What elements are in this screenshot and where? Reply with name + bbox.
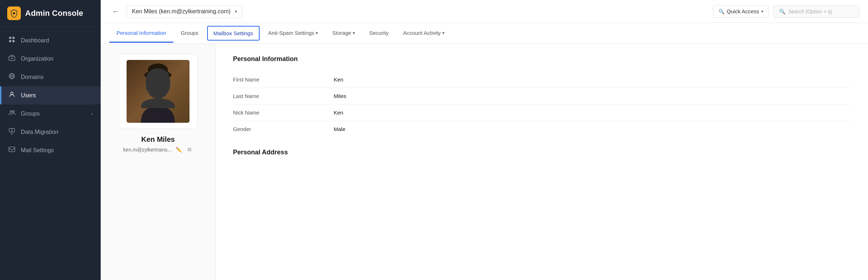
tab-label: Storage [332, 30, 351, 36]
svg-point-0 [13, 12, 15, 14]
user-display-name: Ken Miles (ken.m@zylkertraining.com) [132, 8, 230, 15]
user-selector-arrow-icon: ▾ [235, 9, 237, 14]
svg-point-17 [147, 70, 169, 95]
field-label: Last Name [233, 88, 334, 104]
field-value: Male [334, 121, 851, 137]
sidebar-item-label: Mail Settings [21, 147, 54, 154]
user-profile-panel: Ken Miles ken.m@zylkertrains... ✏️ ⧉ [101, 44, 216, 280]
sidebar-nav: Dashboard Organization Domains Users [0, 27, 101, 280]
field-value: Ken [334, 71, 851, 88]
app-logo [7, 6, 21, 20]
field-value: Ken [334, 104, 851, 121]
tab-storage[interactable]: Storage ▾ [325, 24, 362, 43]
table-row: Last Name Miles [233, 88, 851, 104]
sidebar: Admin Console Dashboard Organization Dom… [0, 0, 101, 280]
svg-rect-4 [13, 40, 15, 42]
svg-point-13 [13, 111, 14, 112]
tab-mailbox-settings[interactable]: Mailbox Settings [207, 26, 260, 41]
copy-email-icon[interactable]: ⧉ [186, 146, 193, 153]
search-magnifier-icon: 🔍 [718, 9, 725, 14]
mail-settings-icon [8, 146, 16, 155]
sidebar-item-groups[interactable]: Groups › [0, 104, 101, 123]
svg-point-18 [144, 71, 172, 79]
tab-account-activity[interactable]: Account Activity ▾ [396, 24, 452, 43]
svg-rect-2 [13, 37, 15, 39]
sidebar-title: Admin Console [25, 9, 83, 18]
svg-rect-3 [9, 40, 12, 42]
svg-point-19 [148, 64, 168, 76]
users-icon [8, 91, 16, 100]
svg-point-12 [10, 111, 12, 112]
dashboard-icon [8, 36, 16, 45]
avatar-card [119, 54, 198, 129]
table-row: Nick Name Ken [233, 104, 851, 121]
user-avatar [127, 60, 189, 123]
sidebar-item-label: Dashboard [21, 37, 49, 44]
search-icon: 🔍 [779, 9, 785, 14]
organization-icon [8, 54, 16, 63]
table-row: First Name Ken [233, 71, 851, 88]
svg-rect-20 [149, 84, 156, 88]
personal-info-title: Personal Information [233, 55, 851, 63]
main-content: ← Ken Miles (ken.m@zylkertraining.com) ▾… [101, 0, 868, 280]
field-label: First Name [233, 71, 334, 88]
tab-label: Mailbox Settings [214, 30, 253, 36]
field-label: Nick Name [233, 104, 334, 121]
personal-info-table: First Name Ken Last Name Miles Nick Name… [233, 71, 851, 137]
tab-label: Personal Information [117, 30, 166, 36]
domains-icon [8, 73, 16, 81]
field-label: Gender [233, 121, 334, 137]
topbar: ← Ken Miles (ken.m@zylkertraining.com) ▾… [101, 0, 868, 23]
sidebar-item-dashboard[interactable]: Dashboard [0, 31, 101, 50]
quick-access-label: Quick Access [727, 8, 759, 14]
sidebar-item-label: Data Migration [21, 129, 58, 135]
sidebar-item-organization[interactable]: Organization [0, 50, 101, 68]
back-button[interactable]: ← [109, 6, 122, 17]
svg-rect-21 [160, 84, 166, 88]
data-migration-icon [8, 127, 16, 136]
svg-rect-1 [9, 37, 12, 39]
tab-label: Account Activity [403, 30, 441, 36]
edit-email-icon[interactable]: ✏️ [174, 146, 183, 153]
anti-spam-chevron-icon: ▾ [316, 31, 318, 36]
sidebar-item-label: Domains [21, 74, 44, 80]
search-input[interactable]: Search (Option + q) [788, 9, 832, 14]
tab-groups[interactable]: Groups [173, 24, 205, 43]
table-row: Gender Male [233, 121, 851, 137]
user-details-panel: Personal Information First Name Ken Last… [216, 44, 868, 280]
groups-icon [8, 109, 16, 118]
content-area: Ken Miles ken.m@zylkertrains... ✏️ ⧉ Per… [101, 44, 868, 280]
sidebar-item-label: Groups [21, 111, 40, 117]
sidebar-item-domains[interactable]: Domains [0, 68, 101, 86]
storage-chevron-icon: ▾ [353, 31, 355, 36]
account-activity-chevron-icon: ▾ [442, 31, 444, 36]
user-email-row: ken.m@zylkertrains... ✏️ ⧉ [123, 146, 193, 153]
tab-label: Security [369, 30, 389, 36]
quick-access-button[interactable]: 🔍 Quick Access ▾ [713, 5, 769, 18]
sidebar-item-data-migration[interactable]: Data Migration [0, 123, 101, 141]
user-full-name: Ken Miles [141, 135, 175, 144]
tabs-bar: Personal Information Groups Mailbox Sett… [101, 23, 868, 44]
sidebar-header: Admin Console [0, 0, 101, 27]
tab-personal-information[interactable]: Personal Information [109, 24, 173, 43]
sidebar-item-users[interactable]: Users [0, 86, 101, 104]
field-value: Miles [334, 88, 851, 104]
search-box[interactable]: 🔍 Search (Option + q) [773, 5, 859, 18]
tab-anti-spam-settings[interactable]: Anti-Spam Settings ▾ [261, 24, 325, 43]
groups-arrow-icon: › [91, 111, 93, 116]
sidebar-item-mail-settings[interactable]: Mail Settings [0, 141, 101, 159]
svg-rect-15 [9, 147, 15, 151]
tab-security[interactable]: Security [362, 24, 396, 43]
quick-access-arrow-icon: ▾ [761, 9, 763, 14]
tab-label: Anti-Spam Settings [268, 30, 314, 36]
svg-point-11 [11, 92, 13, 94]
tab-label: Groups [181, 30, 198, 36]
user-email-short: ken.m@zylkertrains... [123, 147, 172, 153]
sidebar-item-label: Users [21, 92, 36, 99]
user-selector[interactable]: Ken Miles (ken.m@zylkertraining.com) ▾ [127, 5, 242, 18]
personal-address-title: Personal Address [233, 149, 851, 156]
sidebar-item-label: Organization [21, 56, 54, 62]
